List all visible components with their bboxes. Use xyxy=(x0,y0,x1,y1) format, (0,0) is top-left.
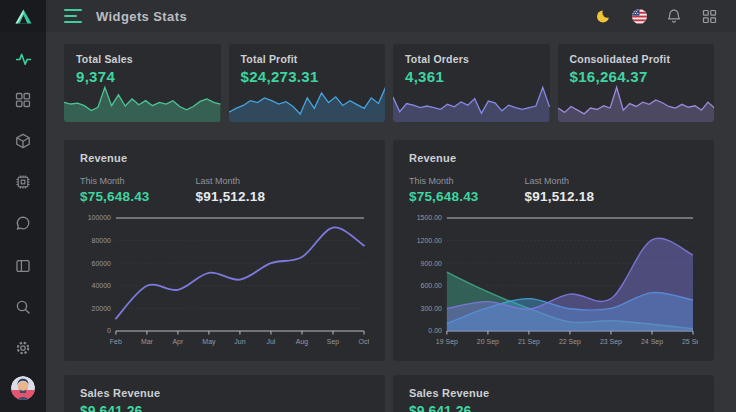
sales-value: $9,641.26 xyxy=(80,403,369,412)
us-flag-glyph xyxy=(631,8,648,25)
sparkline-chart xyxy=(64,84,221,122)
svg-text:60000: 60000 xyxy=(92,260,111,267)
menu-toggle-button[interactable] xyxy=(64,9,82,23)
svg-text:600.00: 600.00 xyxy=(421,282,442,289)
card-title: Revenue xyxy=(409,152,698,164)
search-icon xyxy=(15,299,31,315)
card-title: Sales Revenue xyxy=(409,387,698,399)
svg-text:24 Sep: 24 Sep xyxy=(641,338,663,346)
last-month-value: $91,512.18 xyxy=(196,189,266,204)
stat-card-total-orders: Total Orders 4,361 xyxy=(393,44,550,122)
svg-text:23 Sep: 23 Sep xyxy=(600,338,622,346)
activity-icon xyxy=(15,51,32,68)
layout-panel-icon xyxy=(15,258,31,274)
sidebar-item-messages[interactable] xyxy=(9,209,37,237)
stat-card-total-profit: Total Profit $24,273.31 xyxy=(229,44,386,122)
sidebar-item-activity[interactable] xyxy=(9,45,37,73)
svg-text:1500.00: 1500.00 xyxy=(417,214,442,221)
this-month-value: $75,648.43 xyxy=(80,189,150,204)
svg-text:22 Sep: 22 Sep xyxy=(559,338,581,346)
stat-label: Total Sales xyxy=(76,53,209,65)
revenue-line-chart: 020000400006000080000100000FebMarAprMayJ… xyxy=(80,210,369,352)
apps-grid-icon[interactable] xyxy=(700,7,718,25)
app-logo[interactable] xyxy=(0,0,46,32)
theme-moon-icon[interactable] xyxy=(595,7,613,25)
stat-label: Total Profit xyxy=(241,53,374,65)
revenue-summary: This Month $75,648.43 Last Month $91,512… xyxy=(80,176,369,204)
sparkline-chart xyxy=(393,84,550,122)
grid-glyph xyxy=(702,9,717,24)
last-month-label: Last Month xyxy=(196,176,266,186)
svg-text:19 Sep: 19 Sep xyxy=(436,338,458,346)
header-actions xyxy=(595,7,718,25)
page-title: Widgets Stats xyxy=(96,9,187,24)
svg-text:Oct: Oct xyxy=(359,338,369,345)
gear-icon xyxy=(15,340,31,356)
svg-text:Aug: Aug xyxy=(296,338,309,346)
stat-value: 4,361 xyxy=(405,68,538,85)
svg-text:0.00: 0.00 xyxy=(428,327,442,334)
sidebar xyxy=(0,0,46,412)
bell-glyph xyxy=(666,8,682,24)
sales-revenue-card-1: Sales Revenue $9,641.26 xyxy=(64,375,385,412)
chat-bubble-icon xyxy=(15,215,31,231)
this-month-block: This Month $75,648.43 xyxy=(409,176,479,204)
last-month-block: Last Month $91,512.18 xyxy=(525,176,595,204)
svg-text:21 Sep: 21 Sep xyxy=(518,338,540,346)
this-month-block: This Month $75,648.43 xyxy=(80,176,150,204)
sales-cards-row: Sales Revenue $9,641.26 Sales Revenue $9… xyxy=(64,375,714,412)
sidebar-nav-top xyxy=(9,45,37,237)
dashboard-grid-icon xyxy=(15,92,31,108)
svg-text:Apr: Apr xyxy=(172,338,184,346)
stat-value: 9,374 xyxy=(76,68,209,85)
last-month-value: $91,512.18 xyxy=(525,189,595,204)
avatar-image xyxy=(11,376,35,400)
stat-card-total-sales: Total Sales 9,374 xyxy=(64,44,221,122)
language-flag-icon[interactable] xyxy=(630,7,648,25)
notifications-bell-icon[interactable] xyxy=(665,7,683,25)
revenue-card-monthly: Revenue This Month $75,648.43 Last Month… xyxy=(64,140,385,361)
sparkline-chart xyxy=(558,84,715,122)
triangle-logo-icon xyxy=(14,8,33,25)
stat-label: Consolidated Profit xyxy=(570,53,703,65)
user-avatar[interactable] xyxy=(11,376,35,400)
this-month-value: $75,648.43 xyxy=(409,189,479,204)
stat-cards-row: Total Sales 9,374 Total Profit $24,273.3… xyxy=(64,44,714,122)
svg-text:Feb: Feb xyxy=(110,338,122,345)
card-title: Revenue xyxy=(80,152,369,164)
revenue-area-chart: 0.00300.00600.00900.001200.001500.0019 S… xyxy=(409,210,698,352)
svg-text:0: 0 xyxy=(107,327,111,334)
this-month-label: This Month xyxy=(80,176,150,186)
sidebar-item-search[interactable] xyxy=(9,293,37,321)
svg-text:1200.00: 1200.00 xyxy=(417,237,442,244)
sales-value: $9,641.26 xyxy=(409,403,698,412)
main-content: Total Sales 9,374 Total Profit $24,273.3… xyxy=(46,32,736,412)
sidebar-item-dashboard[interactable] xyxy=(9,86,37,114)
svg-text:20 Sep: 20 Sep xyxy=(477,338,499,346)
svg-text:300.00: 300.00 xyxy=(421,305,442,312)
svg-text:Jul: Jul xyxy=(267,338,276,345)
sidebar-item-layout[interactable] xyxy=(9,252,37,280)
stat-value: $16,264.37 xyxy=(570,68,703,85)
package-box-icon xyxy=(15,133,31,149)
revenue-summary: This Month $75,648.43 Last Month $91,512… xyxy=(409,176,698,204)
card-title: Sales Revenue xyxy=(80,387,369,399)
svg-text:80000: 80000 xyxy=(92,237,111,244)
stat-value: $24,273.31 xyxy=(241,68,374,85)
svg-text:Mar: Mar xyxy=(141,338,154,345)
svg-text:25 Sep: 25 Sep xyxy=(682,338,698,346)
stat-card-consolidated-profit: Consolidated Profit $16,264.37 xyxy=(558,44,715,122)
sidebar-item-settings[interactable] xyxy=(9,334,37,362)
last-month-label: Last Month xyxy=(525,176,595,186)
sidebar-item-products[interactable] xyxy=(9,127,37,155)
svg-text:Sep: Sep xyxy=(327,338,340,346)
revenue-cards-row: Revenue This Month $75,648.43 Last Month… xyxy=(64,140,714,361)
moon-glyph xyxy=(596,8,612,24)
svg-text:900.00: 900.00 xyxy=(421,260,442,267)
sidebar-nav-bottom xyxy=(9,252,37,362)
cpu-icon xyxy=(15,174,31,190)
svg-text:100000: 100000 xyxy=(88,214,111,221)
sidebar-item-system[interactable] xyxy=(9,168,37,196)
last-month-block: Last Month $91,512.18 xyxy=(196,176,266,204)
revenue-card-daily: Revenue This Month $75,648.43 Last Month… xyxy=(393,140,714,361)
